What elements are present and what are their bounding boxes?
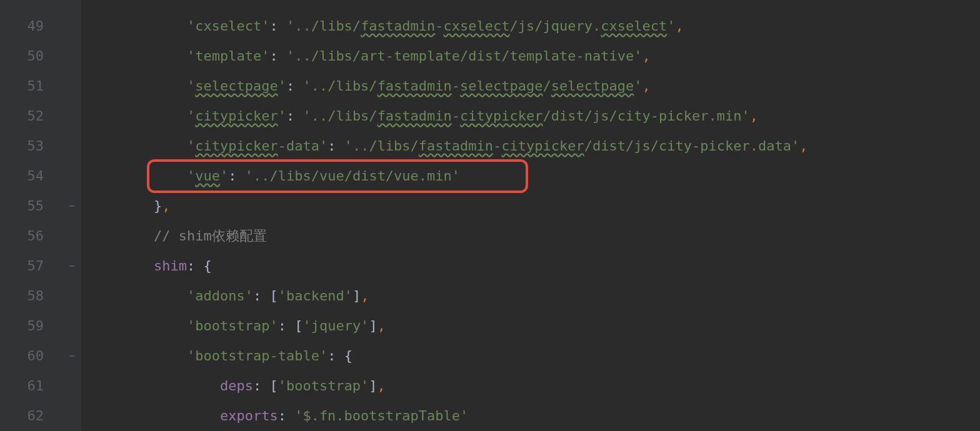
code-editor: 49 50 51 52 53 54 55 56 57 58 59 60 61 6… (0, 0, 980, 431)
code-area[interactable]: 'cxselect': '../libs/fastadmin-cxselect/… (81, 0, 980, 431)
line-number: 58 (0, 281, 62, 311)
fold-spacer (62, 41, 81, 71)
code-line-49[interactable]: 'cxselect': '../libs/fastadmin-cxselect/… (88, 11, 980, 41)
line-number: 61 (0, 371, 62, 401)
fold-spacer (62, 311, 81, 341)
fold-spacer (62, 161, 81, 191)
line-number: 57 (0, 251, 62, 281)
fold-spacer (62, 71, 81, 101)
fold-spacer (62, 131, 81, 161)
code-line-51[interactable]: 'selectpage': '../libs/fastadmin-selectp… (88, 71, 980, 101)
line-number: 55 (0, 191, 62, 221)
fold-spacer (62, 101, 81, 131)
fold-collapse-icon[interactable]: − (62, 341, 81, 371)
line-number-gutter: 49 50 51 52 53 54 55 56 57 58 59 60 61 6… (0, 0, 62, 431)
fold-collapse-icon[interactable]: − (62, 251, 81, 281)
fold-spacer (62, 371, 81, 401)
code-line-60[interactable]: 'bootstrap-table': { (88, 341, 980, 371)
code-line-53[interactable]: 'citypicker-data': '../libs/fastadmin-ci… (88, 131, 980, 161)
fold-spacer (62, 281, 81, 311)
line-number: 62 (0, 401, 62, 431)
line-number: 59 (0, 311, 62, 341)
line-number: 50 (0, 41, 62, 71)
line-number: 51 (0, 71, 62, 101)
code-line-56[interactable]: // shim依赖配置 (88, 221, 980, 251)
line-number: 53 (0, 131, 62, 161)
fold-collapse-icon[interactable]: − (62, 191, 81, 221)
line-number: 52 (0, 101, 62, 131)
code-line-54[interactable]: 'vue': '../libs/vue/dist/vue.min' (88, 161, 980, 191)
code-line-61[interactable]: deps: ['bootstrap'], (88, 371, 980, 401)
code-line-62[interactable]: exports: '$.fn.bootstrapTable' (88, 401, 980, 431)
code-line-50[interactable]: 'template': '../libs/art-template/dist/t… (88, 41, 980, 71)
code-line-58[interactable]: 'addons': ['backend'], (88, 281, 980, 311)
line-number: 56 (0, 221, 62, 251)
line-number: 54 (0, 161, 62, 191)
code-line-55[interactable]: }, (88, 191, 980, 221)
fold-spacer (62, 401, 81, 431)
fold-spacer (62, 221, 81, 251)
fold-spacer (62, 11, 81, 41)
fold-gutter: − − − (62, 0, 81, 431)
code-line-59[interactable]: 'bootstrap': ['jquery'], (88, 311, 980, 341)
line-number: 49 (0, 11, 62, 41)
line-number: 60 (0, 341, 62, 371)
code-line-52[interactable]: 'citypicker': '../libs/fastadmin-citypic… (88, 101, 980, 131)
code-line-57[interactable]: shim: { (88, 251, 980, 281)
